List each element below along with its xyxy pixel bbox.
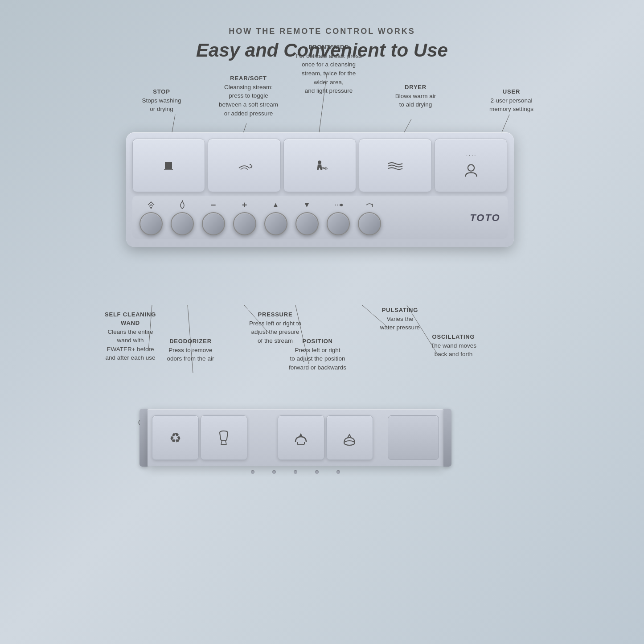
annotation-dryer: DRYER Blows warm airto aid drying: [376, 83, 456, 109]
svg-point-23: [468, 164, 474, 171]
flush-full-button[interactable]: ♻: [152, 415, 199, 460]
oscillating-icon: [365, 200, 374, 210]
remote2-right-rect: [388, 415, 439, 460]
annotation-rear-soft: REAR/SOFT Cleansing stream:press to togg…: [206, 74, 291, 118]
annotation-oscillating: OSCILLATING The wand movesback and forth: [416, 333, 492, 359]
flush-small-button[interactable]: [201, 415, 247, 460]
remote2-left-handle: [139, 409, 148, 467]
pulsating-icon: [333, 200, 343, 210]
annotation-position: POSITION Press left or rightto adjust th…: [273, 337, 362, 372]
full-diagram: STOP Stops washingor drying REAR/SOFT Cl…: [77, 70, 567, 605]
lid-up-button[interactable]: [326, 415, 373, 460]
header-subtitle: HOW THE REMOTE CONTROL WORKS: [196, 27, 448, 36]
indicator-dot-3: [294, 470, 297, 474]
rear-soft-icon: [235, 156, 253, 174]
plus-icon: +: [242, 200, 247, 210]
svg-point-21: [326, 167, 327, 168]
indicator-dot-5: [336, 470, 340, 474]
position-down-knob: ▼: [295, 200, 319, 235]
deodorizer-icon: [177, 200, 187, 210]
pulsating-dial[interactable]: [327, 212, 350, 235]
pulsating-knob: [327, 200, 350, 235]
remote-body-main: · · · ·: [126, 132, 514, 247]
remote-knob-row: − + ▲ ▼: [132, 196, 508, 239]
self-cleaning-icon: [146, 200, 156, 210]
remote-control-main: · · · ·: [126, 132, 514, 247]
remote2-spacer2: [375, 415, 386, 460]
position-down-dial[interactable]: [295, 212, 319, 235]
pressure-minus-dial[interactable]: [202, 212, 225, 235]
position-up-knob: ▲: [264, 200, 287, 235]
annotation-stop: STOP Stops washingor drying: [126, 88, 197, 114]
svg-point-24: [150, 207, 152, 209]
oscillating-knob: [358, 200, 381, 235]
pressure-minus-knob: −: [202, 200, 225, 235]
rear-soft-button[interactable]: [208, 139, 281, 192]
svg-point-17: [250, 164, 251, 165]
stop-button[interactable]: [132, 139, 205, 192]
indicator-dot-1: [251, 470, 254, 474]
front-wide-button[interactable]: [283, 139, 357, 192]
annotation-deodorizer: DEODORIZER Press to removeodors from the…: [153, 337, 229, 363]
dryer-button[interactable]: [359, 139, 432, 192]
indicator-dot-2: [272, 470, 276, 474]
svg-point-22: [327, 168, 328, 169]
annotation-pulsating: PULSATING Varies thewater pressure: [362, 306, 438, 332]
svg-point-19: [250, 167, 251, 168]
deodorizer-knob: [171, 200, 194, 235]
deodorizer-knob-dial[interactable]: [171, 212, 194, 235]
svg-point-27: [340, 204, 343, 206]
remote-control-bottom: ♻: [139, 409, 451, 476]
front-wide-icon: [311, 156, 328, 174]
annotation-front-wide: FRONT/WIDE For delicate areas: pressonce…: [282, 43, 376, 95]
oscillating-dial[interactable]: [358, 212, 381, 235]
stop-icon: [160, 156, 177, 174]
up-icon: ▲: [272, 200, 279, 210]
self-cleaning-wand-knob: [139, 200, 163, 235]
remote2-right-handle: [443, 409, 451, 467]
remote2-body: ♻: [148, 409, 443, 466]
remote2-spacer1: [249, 415, 276, 460]
seat-up-button[interactable]: [278, 415, 324, 460]
annotation-user: USER 2-user personalmemory settings: [474, 88, 550, 114]
page-container: HOW THE REMOTE CONTROL WORKS Easy and Co…: [0, 0, 644, 644]
self-cleaning-knob-dial[interactable]: [139, 212, 163, 235]
pressure-plus-dial[interactable]: [233, 212, 256, 235]
svg-rect-15: [165, 162, 172, 169]
svg-point-31: [344, 441, 355, 445]
remote-top-buttons: · · · ·: [132, 139, 508, 192]
user-button[interactable]: · · · ·: [435, 139, 508, 192]
svg-point-18: [251, 165, 252, 167]
remote2-indicators: [139, 467, 451, 476]
svg-point-20: [318, 160, 321, 164]
minus-icon: −: [211, 200, 216, 210]
toto-brand: TOTO: [470, 212, 500, 224]
down-icon: ▼: [304, 200, 311, 210]
dryer-icon: [386, 156, 404, 174]
user-icon: · · · ·: [463, 152, 479, 178]
pressure-plus-knob: +: [233, 200, 256, 235]
position-up-dial[interactable]: [264, 212, 287, 235]
indicator-dot-4: [315, 470, 319, 474]
